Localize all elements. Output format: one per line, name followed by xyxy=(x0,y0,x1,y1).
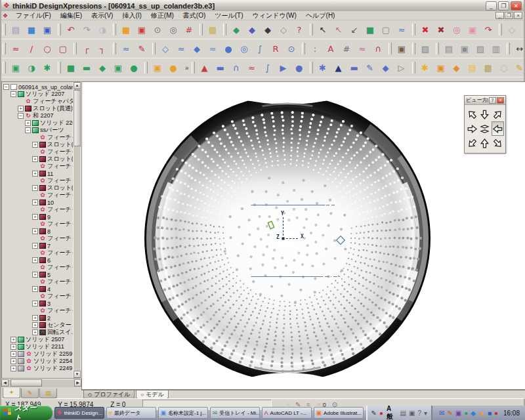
solid-dome-icon[interactable]: ● xyxy=(126,60,142,75)
language-bar[interactable]: ✎●A般▤▣?▾ xyxy=(366,406,431,420)
render-image-icon[interactable]: ▣ xyxy=(394,41,410,56)
tree-item[interactable]: +✿ソリッド 2249 (4 x xyxy=(2,365,74,372)
texture-2-icon[interactable]: ▣ xyxy=(457,41,472,56)
bend-icon[interactable]: ↷ xyxy=(480,22,496,37)
tray-print-icon[interactable]: ▣ xyxy=(455,410,461,417)
tree-item[interactable]: ✿フィーチャ.. xyxy=(2,278,74,285)
part-sun-icon[interactable]: ✱ xyxy=(417,60,433,75)
tree-expander-minus[interactable]: − xyxy=(25,127,31,133)
tree-item[interactable]: +スロット(1.. xyxy=(2,184,74,192)
toolbar-grip[interactable] xyxy=(113,43,116,54)
solid-4-icon[interactable]: ▣ xyxy=(110,60,126,75)
tree-item[interactable]: +8 xyxy=(2,228,74,235)
mirror-icon[interactable]: ◑ xyxy=(94,22,110,37)
solid-orange-1-icon[interactable]: ▣ xyxy=(150,60,165,75)
delete-icon[interactable]: ✖ xyxy=(417,22,433,37)
tool-flat-icon[interactable]: ▬ xyxy=(346,60,362,75)
menu-item-0[interactable]: ファイル(F) xyxy=(11,11,56,20)
texture-3-icon[interactable]: ▨ xyxy=(472,41,488,56)
menu-item-3[interactable]: 挿入(I) xyxy=(117,11,146,20)
scroll-right-button[interactable]: ▶ xyxy=(74,379,81,387)
palette-close-button[interactable]: × xyxy=(497,97,504,104)
palette-title-bar[interactable]: ビュー方向 ? × xyxy=(465,96,505,105)
solid-2-icon[interactable]: ▬ xyxy=(79,60,94,75)
tree-item[interactable]: +センター xyxy=(2,322,74,329)
tree-expander-plus[interactable]: + xyxy=(32,243,38,249)
tree-item[interactable]: +5 xyxy=(2,271,74,278)
view-top-bottom-button[interactable] xyxy=(478,121,491,136)
tray-blue-icon[interactable]: ◆ xyxy=(471,410,476,417)
tree-expander-plus[interactable]: + xyxy=(18,106,24,112)
tree-item[interactable]: +✿ソリッド 2259 (4 x xyxy=(2,350,74,358)
toolbar-grip[interactable] xyxy=(310,24,313,35)
menu-item-1[interactable]: 編集(E) xyxy=(56,11,87,20)
solid-orange-2-icon[interactable]: ● xyxy=(165,60,181,75)
sheet-flag-icon[interactable]: ▶ xyxy=(276,60,291,75)
solid-3-icon[interactable]: ◆ xyxy=(94,60,110,75)
box-icon[interactable]: ■ xyxy=(118,22,134,37)
ime-kana-icon[interactable]: ● xyxy=(379,410,383,417)
tree-item[interactable]: −060914_ss_up_colander3b.. xyxy=(2,83,74,91)
surf-ribbon-icon[interactable]: ≈ xyxy=(205,41,220,56)
part-combo-icon[interactable]: ▦ xyxy=(480,60,496,75)
toolbar-grip[interactable] xyxy=(412,43,415,54)
cart-white-icon[interactable]: ◇ xyxy=(276,22,291,37)
cart-green-icon[interactable]: ◆ xyxy=(228,22,244,37)
tree-item[interactable]: ✿フィーチャパターン 2 xyxy=(2,98,74,105)
ime-pad-icon[interactable]: ▣ xyxy=(409,410,415,417)
tree-item[interactable]: +9 xyxy=(2,213,74,220)
menu-item-2[interactable]: 表示(V) xyxy=(87,11,117,20)
move-target-icon[interactable]: ▣ xyxy=(134,22,150,37)
curve-net-icon[interactable]: # xyxy=(339,41,354,56)
view-up-button[interactable] xyxy=(478,136,491,150)
task-illustrator[interactable]: ▣Adobe Illustrat... xyxy=(314,407,364,419)
ime-pen-icon[interactable]: ✎ xyxy=(371,410,377,417)
delete-all-icon[interactable]: ✖ xyxy=(433,22,449,37)
sheet-fan-icon[interactable]: ∩ xyxy=(228,60,244,75)
select-feature-icon[interactable]: ↖ xyxy=(331,22,346,37)
tree-item[interactable]: ✿フィーチャ.. xyxy=(2,148,74,156)
rect-icon[interactable]: ▢ xyxy=(55,41,71,56)
menu-item-7[interactable]: ウィンドウ(W) xyxy=(248,11,301,20)
ime-help-icon[interactable]: ? xyxy=(417,410,421,417)
task-thinkid[interactable]: ❖thinkiD Design... xyxy=(54,407,104,419)
toolbar-grip[interactable] xyxy=(3,43,6,54)
horizontal-scroll-thumb[interactable] xyxy=(10,379,42,387)
tree-item[interactable]: +✿ソリッド 2254 (4 x xyxy=(2,358,74,365)
part-box-icon[interactable]: ▤ xyxy=(465,60,480,75)
view-down-button[interactable] xyxy=(478,107,491,121)
ime-tools-icon[interactable]: ▤ xyxy=(400,410,406,417)
tree-item[interactable]: −ssパーツ xyxy=(2,127,74,134)
tree-item[interactable]: ✿フィーチャ.. xyxy=(2,249,74,257)
tool-pen-icon[interactable]: ✎ xyxy=(362,60,378,75)
start-button[interactable]: スタート xyxy=(0,406,52,420)
menu-item-5[interactable]: 書式(O) xyxy=(178,11,210,20)
part-fan-icon[interactable]: ◆ xyxy=(449,60,465,75)
tree-item[interactable]: ✿フィーチャ.. xyxy=(2,134,74,141)
panel-tab-notes[interactable]: ▤ xyxy=(39,388,57,398)
tree-item[interactable]: +ソリッド 2507 xyxy=(2,336,74,343)
toolbar-grip[interactable] xyxy=(310,62,313,74)
select-region-icon[interactable]: ▢ xyxy=(378,22,394,37)
solid-multi-icon[interactable]: ✱ xyxy=(39,60,55,75)
mdi-restore-button[interactable]: ❐ xyxy=(505,12,513,19)
menu-item-8[interactable]: ヘルプ(H) xyxy=(301,11,340,20)
menu-item-6[interactable]: ツール(T) xyxy=(210,11,247,20)
tree-item[interactable]: +スロット(貫通) 25.. xyxy=(2,105,74,112)
part-ghost-icon[interactable]: ○ xyxy=(496,60,512,75)
palette-help-button[interactable]: ? xyxy=(489,97,496,104)
tree-expander-minus[interactable]: − xyxy=(18,113,24,119)
chamfer-icon[interactable]: ┐ xyxy=(94,41,110,56)
view-down-left-button[interactable] xyxy=(466,136,478,150)
task-autocad[interactable]: AAutoCAD LT -... xyxy=(262,407,312,419)
sheet-tri-icon[interactable]: ▲ xyxy=(197,60,213,75)
zoom-icon[interactable]: ⊙ xyxy=(150,22,165,37)
tree-expander-plus[interactable]: + xyxy=(10,366,16,371)
toolbar-grip[interactable] xyxy=(58,24,61,35)
toolbar-grip[interactable] xyxy=(388,43,392,54)
vertical-scroll-thumb[interactable] xyxy=(74,90,81,146)
tree-expander-plus[interactable]: + xyxy=(32,272,38,278)
tree-expander-plus[interactable]: + xyxy=(32,329,38,335)
sheet-ball-icon[interactable]: ● xyxy=(291,60,307,75)
tree-expander-plus[interactable]: + xyxy=(10,351,16,357)
